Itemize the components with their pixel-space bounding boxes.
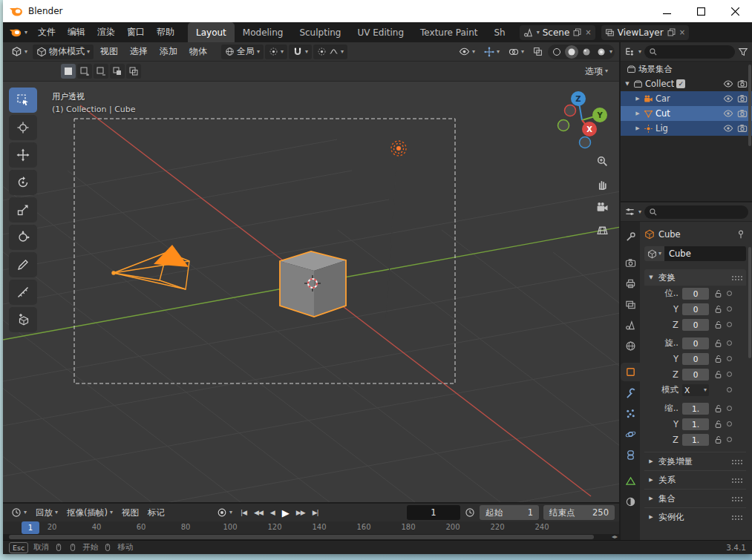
scene-collection-row[interactable]: 场景集合 <box>621 62 752 76</box>
tool-options-dropdown[interactable]: 选项 ▾ <box>581 64 612 79</box>
timeline-scrollbar-thumb[interactable] <box>9 535 594 539</box>
shading-material-button[interactable] <box>580 45 593 59</box>
disclosure-closed-icon[interactable]: ▶ <box>634 111 641 116</box>
jump-to-start-button[interactable]: |◀ <box>238 505 249 520</box>
rotation-y-field[interactable]: 0 <box>682 353 709 365</box>
gizmo-minus-y-axis[interactable] <box>558 120 569 131</box>
maximize-button[interactable] <box>684 0 718 22</box>
instancing-panel-header[interactable]: ▶ 实例化 <box>644 507 746 526</box>
filter-icon[interactable] <box>738 47 748 57</box>
tool-add-cube-button[interactable] <box>9 307 37 332</box>
location-y-field[interactable]: 0 <box>682 303 709 315</box>
rotation-mode-dropdown[interactable]: X ▾ <box>682 384 709 396</box>
animate-dot[interactable] <box>727 340 732 346</box>
tool-cursor-button[interactable] <box>9 115 37 140</box>
disclosure-closed-icon[interactable]: ▶ <box>634 96 641 102</box>
panel-grip-icon[interactable] <box>731 515 743 520</box>
timeline-scroll-arrows[interactable]: ◂▸ <box>612 533 618 540</box>
light-object[interactable] <box>386 141 406 319</box>
panel-grip-icon[interactable] <box>731 459 743 464</box>
xray-toggle[interactable] <box>529 45 546 59</box>
lock-icon[interactable] <box>713 369 723 379</box>
pin-icon[interactable] <box>736 229 746 240</box>
hide-viewport-icon[interactable] <box>723 93 733 104</box>
timeline-view-menu[interactable]: 视图 <box>118 505 143 520</box>
lock-icon[interactable] <box>713 338 723 348</box>
cube-object[interactable] <box>280 251 346 317</box>
lock-icon[interactable] <box>713 320 723 329</box>
remove-viewlayer-button[interactable]: × <box>679 28 685 36</box>
playhead[interactable]: 1 <box>22 521 39 534</box>
blender-menu-button[interactable]: ▾ <box>9 27 27 38</box>
outliner-search-input[interactable] <box>644 45 735 59</box>
properties-tab-particles[interactable] <box>621 404 640 423</box>
disable-render-icon[interactable] <box>737 123 748 134</box>
unlink-scene-button[interactable]: × <box>585 28 591 36</box>
lock-icon[interactable] <box>713 304 723 314</box>
collections-panel-header[interactable]: ▶ 集合 <box>644 489 746 507</box>
animate-dot[interactable] <box>727 437 732 442</box>
properties-tab-tool[interactable] <box>621 228 640 246</box>
timeline-scrollbar[interactable]: ◂▸ <box>3 534 619 540</box>
play-button[interactable]: ▶ <box>279 505 292 520</box>
menu-select[interactable]: 选择 <box>125 45 153 59</box>
select-mode-invert-button[interactable] <box>110 64 125 79</box>
navigation-gizmo[interactable]: Z Y X <box>551 86 613 160</box>
timeline-ruler[interactable]: 20 40 60 80 100 120 140 160 180 200 220 … <box>3 521 619 534</box>
properties-tab-object[interactable] <box>621 363 640 381</box>
lock-icon[interactable] <box>713 403 723 413</box>
frame-start-field[interactable]: 起始 1 <box>480 505 539 520</box>
animate-dot[interactable] <box>727 421 732 426</box>
preview-range-toggle[interactable] <box>465 507 475 518</box>
animate-dot[interactable] <box>727 372 732 377</box>
workspace-tab-shading[interactable]: Sh <box>486 22 514 42</box>
gizmo-minus-z-axis[interactable] <box>580 137 591 148</box>
properties-tab-world[interactable] <box>621 337 640 355</box>
collection-checkbox[interactable]: ✓ <box>676 79 685 88</box>
animate-dot[interactable] <box>727 387 732 392</box>
auto-keying-button[interactable]: ▾ <box>213 505 236 520</box>
properties-tab-material[interactable] <box>621 493 640 511</box>
jump-to-end-button[interactable]: ▶| <box>310 505 321 520</box>
hide-viewport-icon[interactable] <box>723 79 733 89</box>
relations-panel-header[interactable]: ▶ 关系 <box>644 470 746 489</box>
current-frame-field[interactable]: 1 <box>407 505 460 520</box>
tool-measure-button[interactable] <box>9 280 37 305</box>
shading-wireframe-button[interactable] <box>550 45 563 59</box>
select-mode-intersect-button[interactable] <box>126 64 141 79</box>
mode-dropdown[interactable]: 物体模式 ▾ <box>33 45 94 59</box>
properties-tab-scene[interactable] <box>621 316 640 335</box>
viewlayer-selector[interactable]: ViewLayer × <box>601 25 689 40</box>
snap-toggle[interactable]: ▾ <box>289 45 312 59</box>
animate-dot[interactable] <box>727 322 732 327</box>
properties-tab-view-layer[interactable] <box>621 295 640 314</box>
proportional-edit-dropdown[interactable]: ▾ <box>313 45 347 59</box>
minimize-button[interactable] <box>650 0 684 22</box>
prev-keyframe-button[interactable]: ◀◀ <box>251 505 266 520</box>
disable-render-icon[interactable] <box>737 93 748 104</box>
outliner-scrollbar[interactable] <box>748 65 751 146</box>
playback-menu[interactable]: 回放 ▾ <box>32 505 62 520</box>
menu-help[interactable]: 帮助 <box>151 22 180 42</box>
properties-tab-physics[interactable] <box>621 425 640 444</box>
delta-transform-panel-header[interactable]: ▶ 变换增量 <box>644 452 746 470</box>
collection-row[interactable]: ▼ Collect ✓ <box>621 76 752 91</box>
rotation-x-field[interactable]: 0 <box>682 337 709 349</box>
markers-menu[interactable]: 标记 <box>144 505 169 520</box>
lock-icon[interactable] <box>713 419 723 429</box>
next-keyframe-button[interactable]: ▶▶ <box>293 505 308 520</box>
location-z-field[interactable]: 0 <box>682 319 709 331</box>
panel-grip-icon[interactable] <box>731 478 743 483</box>
properties-scrollbar[interactable] <box>748 247 751 358</box>
close-button[interactable] <box>718 0 752 22</box>
workspace-tab-modeling[interactable]: Modeling <box>235 22 292 42</box>
visibility-dropdown[interactable]: ▾ <box>455 45 479 59</box>
select-mode-subtract-button[interactable] <box>94 64 108 79</box>
panel-grip-icon[interactable] <box>731 275 743 280</box>
properties-tab-constraints[interactable] <box>621 446 640 464</box>
tool-select-box-button[interactable] <box>9 88 37 113</box>
hide-viewport-icon[interactable] <box>723 108 733 119</box>
tool-annotate-button[interactable] <box>9 252 37 277</box>
keying-menu[interactable]: 抠像(插帧) ▾ <box>63 505 117 520</box>
properties-tab-render[interactable] <box>621 254 640 272</box>
